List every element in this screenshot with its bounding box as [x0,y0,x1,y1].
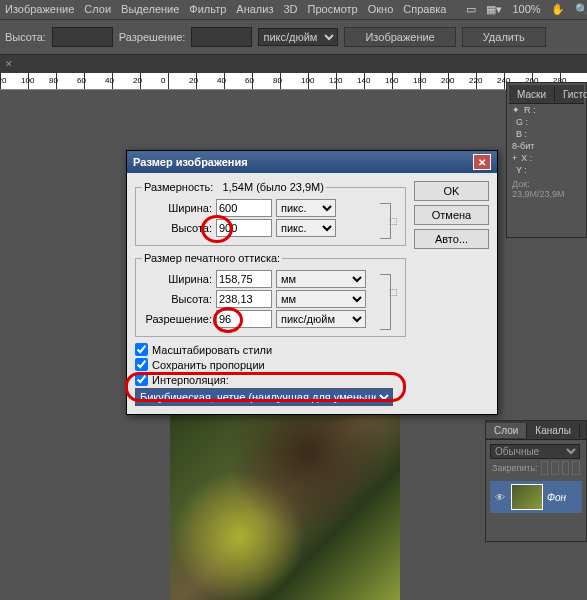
menu-view[interactable]: Просмотр [308,3,358,16]
menu-bar: Изображение Слои Выделение Фильтр Анализ… [0,0,587,20]
print-height-input[interactable] [216,290,272,308]
opt-unit-select[interactable]: пикс/дюйм [258,28,338,46]
height-input[interactable] [216,219,272,237]
tab-layers[interactable]: Слои [486,423,527,438]
tab-channels[interactable]: Каналы [527,423,580,438]
visibility-icon[interactable]: 👁 [493,492,507,503]
zoom-level: 100% [512,3,540,16]
close-tab-icon[interactable]: ✕ [5,59,13,69]
arrange-icon[interactable]: ▦▾ [486,3,502,16]
interpolation-checkbox[interactable] [135,373,148,386]
layer-row[interactable]: 👁 Фон [490,481,582,513]
link-icon[interactable] [380,203,391,239]
menu-3d[interactable]: 3D [283,3,297,16]
image-preview [170,390,400,600]
tab-histogram[interactable]: Гистограм [555,87,587,102]
image-size-dialog: Размер изображения ✕ Размерность: 1,54M … [126,150,498,415]
lock-position-icon[interactable] [562,461,570,475]
print-width-label: Ширина: [142,273,212,285]
print-size-group: Размер печатного оттиска: Ширина: мм Выс… [135,252,406,337]
height-unit-select[interactable]: пикс. [276,219,336,237]
dialog-title-text: Размер изображения [133,156,248,168]
menu-filter[interactable]: Фильтр [189,3,226,16]
hand-icon[interactable]: ✋ [551,3,565,16]
options-bar: Высота: Разрешение: пикс/дюйм Изображени… [0,20,587,55]
tab-paths[interactable]: Контур [580,423,587,438]
print-height-label: Высота: [142,293,212,305]
close-icon[interactable]: ✕ [473,154,491,170]
resolution-input[interactable] [216,310,272,328]
print-width-unit-select[interactable]: мм [276,270,366,288]
resolution-label: Разрешение: [142,313,212,325]
workspace-icon[interactable]: ▭ [466,3,476,16]
info-panel: Маски Гистограм ✦R : G : B : 8-бит +X : … [506,82,587,238]
lock-transparency-icon[interactable] [541,461,549,475]
opt-delete-button[interactable]: Удалить [462,27,546,47]
tab-masks[interactable]: Маски [509,87,555,102]
opt-res-input[interactable] [191,27,252,47]
layers-panel: Слои Каналы Контур Обычные Закрепить: 👁 … [485,420,587,542]
horizontal-ruler: document.write(Array.from({length:30},(_… [0,73,587,90]
resolution-unit-select[interactable]: пикс/дюйм [276,310,366,328]
constrain-proportions-checkbox[interactable] [135,358,148,371]
menu-analysis[interactable]: Анализ [236,3,273,16]
dialog-titlebar[interactable]: Размер изображения ✕ [127,151,497,173]
width-input[interactable] [216,199,272,217]
opt-image-button[interactable]: Изображение [344,27,455,47]
link-icon[interactable] [380,274,391,330]
menu-window[interactable]: Окно [368,3,394,16]
document-tab-strip: ✕ [0,55,587,73]
width-unit-select[interactable]: пикс. [276,199,336,217]
height-label: Высота: [142,222,212,234]
lock-all-icon[interactable] [572,461,580,475]
doc-size-label: Док: 23,9M/23,9M [509,176,584,202]
menu-select[interactable]: Выделение [121,3,179,16]
opt-res-label: Разрешение: [119,31,186,43]
ok-button[interactable]: OK [414,181,489,201]
opt-height-label: Высота: [5,31,46,43]
menu-image[interactable]: Изображение [5,3,74,16]
layer-thumbnail [511,484,543,510]
print-height-unit-select[interactable]: мм [276,290,366,308]
layer-name: Фон [547,492,566,503]
opt-height-input[interactable] [52,27,113,47]
menu-help[interactable]: Справка [403,3,446,16]
blend-mode-select[interactable]: Обычные [490,444,580,459]
scale-styles-checkbox[interactable] [135,343,148,356]
print-width-input[interactable] [216,270,272,288]
interpolation-select[interactable]: Бикубическая, четче (наилучшая для умень… [135,388,393,406]
width-label: Ширина: [142,202,212,214]
cancel-button[interactable]: Отмена [414,205,489,225]
auto-button[interactable]: Авто... [414,229,489,249]
zoom-icon[interactable]: 🔍 [575,3,587,16]
lock-pixels-icon[interactable] [551,461,559,475]
menu-layers[interactable]: Слои [84,3,111,16]
pixel-dimensions-group: Размерность: 1,54M (было 23,9M) Ширина: … [135,181,406,246]
